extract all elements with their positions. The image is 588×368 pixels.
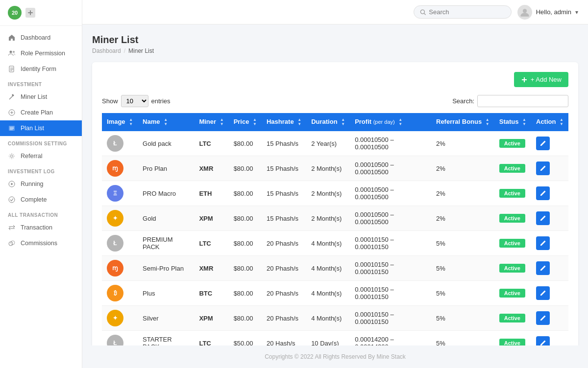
create-plan-label: Create Plan bbox=[21, 109, 53, 116]
edit-icon bbox=[540, 265, 546, 271]
cell-hashrate: 15 Phash/s bbox=[262, 131, 306, 156]
sidebar-item-transaction[interactable]: Transaction bbox=[0, 220, 82, 235]
users-icon bbox=[8, 49, 16, 57]
cell-image: ɱ bbox=[102, 256, 138, 281]
col-duration[interactable]: Duration ▲▼ bbox=[306, 113, 350, 131]
edit-icon bbox=[540, 165, 546, 171]
cell-profit: 0.00010150 – 0.00010150 bbox=[350, 281, 431, 306]
status-badge: Active bbox=[499, 289, 525, 298]
commission-section-label: Commission Setting bbox=[0, 136, 82, 148]
col-miner[interactable]: Miner ▲▼ bbox=[194, 113, 228, 131]
cell-image: Ξ bbox=[102, 181, 138, 206]
sidebar-item-dashboard[interactable]: Dashboard bbox=[0, 30, 82, 46]
cell-profit: 0.00010150 – 0.00010150 bbox=[350, 256, 431, 281]
cell-image: ✦ bbox=[102, 306, 138, 331]
cell-action bbox=[531, 256, 568, 281]
search-wrap[interactable] bbox=[414, 5, 512, 19]
cell-hashrate: 20 Hash/s bbox=[262, 331, 306, 345]
cell-action bbox=[531, 206, 568, 231]
sidebar-item-create-plan[interactable]: Create Plan bbox=[0, 105, 82, 120]
sidebar-logo: 20 bbox=[0, 0, 82, 26]
cell-duration: 4 Month(s) bbox=[306, 306, 350, 331]
svg-point-3 bbox=[13, 51, 15, 53]
sidebar-item-miner-list[interactable]: Miner List bbox=[0, 89, 82, 105]
edit-button[interactable] bbox=[536, 261, 550, 275]
breadcrumb-dashboard[interactable]: Dashboard bbox=[92, 47, 121, 54]
search-input[interactable] bbox=[429, 8, 505, 16]
sidebar-item-running[interactable]: Running bbox=[0, 176, 82, 192]
sidebar: 20 Dashboard bbox=[0, 0, 82, 368]
cell-miner: XMR bbox=[194, 156, 228, 181]
sidebar-item-identity-form[interactable]: Identity Form bbox=[0, 61, 82, 77]
svg-point-2 bbox=[10, 51, 12, 53]
cell-status: Active bbox=[494, 331, 531, 345]
status-badge: Active bbox=[499, 189, 525, 198]
complete-label: Complete bbox=[21, 196, 47, 203]
cell-profit: 0.00010500 – 0.00010500 bbox=[350, 131, 431, 156]
sidebar-item-plan-list[interactable]: Plan List bbox=[0, 120, 82, 136]
search-icon bbox=[420, 9, 426, 16]
sidebar-navigation: Dashboard Role Permission bbox=[0, 26, 82, 368]
sidebar-item-referral[interactable]: Referral bbox=[0, 148, 82, 164]
sidebar-item-commissions[interactable]: Commissions bbox=[0, 235, 82, 251]
search-label: Search: bbox=[452, 97, 474, 105]
cell-miner: XMR bbox=[194, 256, 228, 281]
edit-button[interactable] bbox=[536, 211, 550, 225]
exchange-icon bbox=[8, 224, 16, 231]
col-name[interactable]: Name ▲▼ bbox=[138, 113, 194, 131]
sidebar-item-complete[interactable]: Complete bbox=[0, 192, 82, 207]
table-row: Ł Gold pack LTC $80.00 15 Phash/s 2 Year… bbox=[102, 131, 568, 156]
edit-button[interactable] bbox=[536, 236, 550, 250]
edit-button[interactable] bbox=[536, 336, 550, 345]
cell-profit: 0.00010150 – 0.00010150 bbox=[350, 306, 431, 331]
logo-badge: 20 bbox=[8, 6, 22, 20]
data-table: Image ▲▼ Name ▲▼ Miner ▲▼ Price ▲▼ Hashr… bbox=[102, 113, 568, 345]
status-badge: Active bbox=[499, 164, 525, 173]
edit-button[interactable] bbox=[536, 186, 550, 200]
plan-list-label: Plan List bbox=[21, 125, 44, 132]
svg-point-27 bbox=[523, 9, 527, 13]
cell-miner: XPM bbox=[194, 306, 228, 331]
cell-referral: 2% bbox=[431, 206, 494, 231]
col-profit[interactable]: Profit (per day) ▲▼ bbox=[350, 113, 431, 131]
coin-icon: ₿ bbox=[107, 285, 123, 301]
edit-button[interactable] bbox=[536, 137, 550, 150]
col-referral-bonus[interactable]: Referral Bonus ▲▼ bbox=[431, 113, 494, 131]
sidebar-item-role-permission[interactable]: Role Permission bbox=[0, 46, 82, 61]
file-icon bbox=[8, 65, 16, 73]
cell-image: ɱ bbox=[102, 156, 138, 181]
gear-icon bbox=[8, 152, 16, 160]
cell-status: Active bbox=[494, 131, 531, 156]
svg-point-17 bbox=[11, 155, 13, 158]
add-new-button[interactable]: + Add New bbox=[514, 72, 568, 87]
edit-button[interactable] bbox=[536, 286, 550, 300]
page-title: Miner List bbox=[92, 34, 578, 46]
breadcrumb: Dashboard / Miner List bbox=[92, 47, 578, 54]
cell-hashrate: 15 Phash/s bbox=[262, 156, 306, 181]
col-image[interactable]: Image ▲▼ bbox=[102, 113, 138, 131]
table-controls: Show 10 25 50 100 entries Search: bbox=[102, 95, 568, 107]
plus-icon bbox=[521, 76, 528, 83]
cell-price: $80.00 bbox=[229, 181, 262, 206]
table-search-input[interactable] bbox=[477, 95, 568, 107]
cell-status: Active bbox=[494, 306, 531, 331]
edit-icon bbox=[540, 240, 546, 246]
col-action[interactable]: Action ▲▼ bbox=[531, 113, 568, 131]
table-row: ✦ Gold XPM $80.00 15 Phash/s 2 Month(s) … bbox=[102, 206, 568, 231]
cell-duration: 10 Day(s) bbox=[306, 331, 350, 345]
cell-name: PREMIUM PACK bbox=[138, 231, 194, 256]
cell-duration: 2 Year(s) bbox=[306, 131, 350, 156]
col-hashrate[interactable]: Hashrate ▲▼ bbox=[262, 113, 306, 131]
col-status[interactable]: Status ▲▼ bbox=[494, 113, 531, 131]
cell-image: Ł bbox=[102, 331, 138, 345]
cell-name: STARTER PACK bbox=[138, 331, 194, 345]
entries-select[interactable]: 10 25 50 100 bbox=[121, 95, 148, 107]
cell-profit: 0.00010500 – 0.00010500 bbox=[350, 206, 431, 231]
table-row: ₿ Plus BTC $80.00 20 Phash/s 4 Month(s) … bbox=[102, 281, 568, 306]
col-price[interactable]: Price ▲▼ bbox=[229, 113, 262, 131]
svg-line-8 bbox=[9, 95, 13, 99]
edit-button[interactable] bbox=[536, 161, 550, 175]
edit-button[interactable] bbox=[536, 311, 550, 325]
user-info[interactable]: Hello, admin ▾ bbox=[517, 5, 578, 20]
cell-referral: 2% bbox=[431, 181, 494, 206]
